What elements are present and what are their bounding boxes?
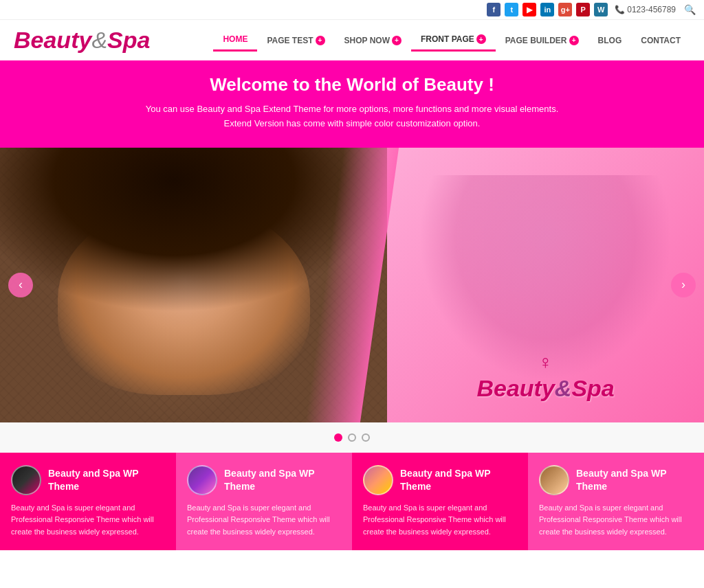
card-4-title: Beauty and Spa WP Theme — [576, 467, 693, 492]
brand-figure-icon: ♀ — [476, 352, 614, 374]
card-4: Beauty and Spa WP Theme Beauty and Spa i… — [528, 453, 704, 551]
search-icon[interactable]: 🔍 — [684, 4, 696, 15]
nav-blog[interactable]: BLOG — [588, 30, 632, 51]
card-3-text: Beauty and Spa is super elegant and Prof… — [363, 502, 517, 539]
card-2-title: Beauty and Spa WP Theme — [224, 467, 341, 492]
slider-dot-2[interactable] — [348, 433, 356, 442]
chevron-right-icon: › — [681, 278, 685, 292]
avatar-4 — [539, 465, 569, 495]
nav-contact[interactable]: CONTACT — [631, 30, 690, 51]
main-nav: HOME PAGE TEST + SHOP NOW + FRONT PAGE +… — [213, 29, 690, 52]
card-3: Beauty and Spa WP Theme Beauty and Spa i… — [352, 453, 528, 551]
linkedin-icon[interactable]: in — [540, 3, 554, 16]
slider-dot-3[interactable] — [362, 433, 370, 442]
slider-next-button[interactable]: › — [671, 273, 696, 297]
banner-title: Welcome to the World of Beauty ! — [28, 74, 676, 95]
card-2-text: Beauty and Spa is super elegant and Prof… — [187, 502, 341, 539]
slide-brand-logo: ♀ Beauty&Spa — [476, 352, 614, 402]
nav-page-builder[interactable]: PAGE BUILDER + — [496, 30, 588, 51]
plus-icon: + — [476, 34, 486, 44]
card-1: Beauty and Spa WP Theme Beauty and Spa i… — [0, 453, 176, 551]
plus-icon: + — [569, 36, 579, 45]
avatar-1 — [11, 465, 41, 495]
image-slider: ♀ Beauty&Spa ‹ › — [0, 148, 704, 422]
card-1-text: Beauty and Spa is super elegant and Prof… — [11, 502, 165, 539]
hero-banner: Welcome to the World of Beauty ! You can… — [0, 60, 704, 148]
card-3-title: Beauty and Spa WP Theme — [400, 467, 517, 492]
banner-subtitle: You can use Beauty and Spa Extend Theme … — [28, 102, 676, 131]
wordpress-icon[interactable]: W — [594, 3, 608, 16]
slider-prev-button[interactable]: ‹ — [8, 273, 33, 297]
site-logo[interactable]: Beauty&Spa — [14, 27, 150, 54]
brand-logo-text: Beauty&Spa — [476, 375, 614, 402]
top-bar: f t ▶ in g+ P W 📞 0123-456789 🔍 — [0, 0, 704, 20]
avatar-3 — [363, 465, 393, 495]
card-2: Beauty and Spa WP Theme Beauty and Spa i… — [176, 453, 352, 551]
phone-icon: 📞 — [615, 5, 625, 14]
facebook-icon[interactable]: f — [487, 3, 500, 16]
card-1-title: Beauty and Spa WP Theme — [48, 467, 165, 492]
logo-text: Beauty&Spa — [14, 27, 150, 54]
nav-home[interactable]: HOME — [213, 29, 257, 52]
avatar-2 — [187, 465, 217, 495]
nav-page-test[interactable]: PAGE TEST + — [257, 30, 334, 51]
nav-front-page[interactable]: FRONT PAGE + — [411, 29, 496, 52]
slider-dot-1[interactable] — [334, 433, 342, 442]
google-plus-icon[interactable]: g+ — [558, 3, 572, 16]
slide-right: ♀ Beauty&Spa — [387, 148, 704, 422]
slide-left — [0, 148, 387, 422]
nav-shop-now[interactable]: SHOP NOW + — [335, 30, 411, 51]
card-4-text: Beauty and Spa is super elegant and Prof… — [539, 502, 693, 539]
plus-icon: + — [316, 36, 325, 45]
chevron-left-icon: ‹ — [19, 278, 23, 292]
phone-number: 📞 0123-456789 — [615, 5, 676, 14]
youtube-icon[interactable]: ▶ — [522, 3, 536, 16]
twitter-icon[interactable]: t — [505, 3, 518, 16]
slider-dots — [0, 422, 704, 453]
plus-icon: + — [392, 36, 402, 45]
feature-cards: Beauty and Spa WP Theme Beauty and Spa i… — [0, 453, 704, 551]
site-header: Beauty&Spa HOME PAGE TEST + SHOP NOW + F… — [0, 20, 704, 60]
pinterest-icon[interactable]: P — [576, 3, 590, 16]
